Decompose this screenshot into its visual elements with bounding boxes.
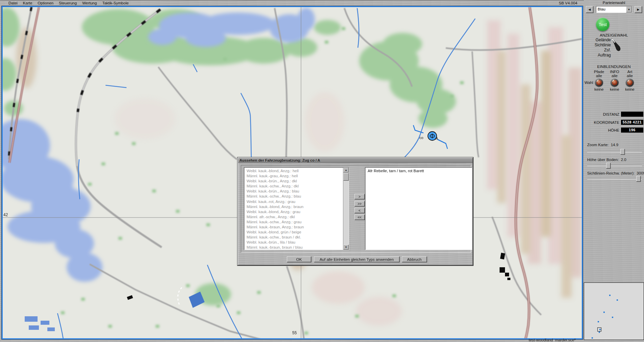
cancel-button[interactable]: Abbruch (402, 256, 427, 262)
list-item[interactable]: Weibl. kauk.-brün., Anzg.: dkl (244, 179, 349, 184)
dropdown-arrow-icon[interactable]: ▼ (626, 6, 632, 13)
unit-symbol[interactable]: co A (413, 125, 447, 149)
col-alle: alle (607, 74, 622, 78)
hoehe-ueber-boden-slider[interactable] (587, 163, 642, 169)
zoom-karte-slider[interactable] (587, 149, 642, 155)
list-item[interactable]: Männl. kauk.-blond, Anzg.: braun (244, 204, 349, 209)
einblendung-col-pfade: Pfade alle keine (591, 70, 607, 91)
menu-karte[interactable]: Karte (23, 1, 32, 5)
application-window: Datei Karte Optionen Steuerung Wertung T… (0, 0, 644, 342)
party-next-button[interactable]: ▶ (635, 6, 642, 13)
party-dropdown[interactable]: Blau ▼ (596, 6, 632, 13)
info-knob[interactable] (611, 78, 619, 87)
hoehe-label: HÖHE (584, 128, 619, 132)
menu-datei[interactable]: Datei (8, 1, 18, 5)
col-name: Art (622, 70, 638, 74)
col-keine: keine (591, 87, 607, 91)
list-item[interactable]: Männl. kauk.-braun, Anzg.: braun (244, 225, 349, 230)
party-prev-button[interactable]: ◀ (586, 6, 593, 13)
einblendung-col-info: INFO alle keine (607, 70, 622, 91)
sichtlinien-reichweite-slider[interactable] (587, 176, 642, 182)
minimap-unit-dot (592, 337, 593, 339)
list-item[interactable]: Afr Rebelle, tarn / tarn, rot Barett (365, 168, 472, 174)
anzeige-option-zsf[interactable]: Zsf. (584, 48, 611, 53)
grid-label-42: 42 (3, 212, 8, 217)
scrollbar-thumb[interactable] (343, 173, 349, 181)
sichtlinien-reichweite-label: Sichtlinien-Reichw. (Meter): 3009 (587, 171, 644, 175)
transfer-all-left-button[interactable]: << (354, 214, 365, 220)
minimap-unit-dot (612, 317, 613, 318)
minimap[interactable] (584, 282, 644, 340)
slider-thumb[interactable] (620, 149, 625, 155)
list-item[interactable]: Weibl. kauk.-brün., Anzg.: blau (244, 189, 349, 194)
menu-items: Datei Karte Optionen Steuerung Wertung T… (0, 1, 129, 5)
transfer-left-button[interactable]: < (354, 208, 365, 213)
selected-appearance-list[interactable]: Afr Rebelle, tarn / tarn, rot Barett (365, 167, 472, 250)
available-list-scrollbar[interactable]: ▲ ▼ (343, 167, 349, 250)
scroll-down-icon[interactable]: ▼ (343, 245, 349, 250)
transfer-all-right-button[interactable]: >> (354, 201, 365, 206)
available-items: Weibl. kauk.-blond, Anzg.: hellMännl. ka… (244, 167, 349, 250)
list-item[interactable]: Weibl. kauk.-blond, Anzg.: hell (244, 168, 349, 174)
hoehe-ueber-boden-label: Höhe über Boden: 2.0 (587, 158, 626, 162)
minimap-unit-dot (598, 321, 599, 322)
anzeige-option-auftrag[interactable]: Auftrag (584, 53, 611, 58)
list-item[interactable]: Männl. kauk.-schw., Anzg.: grau (244, 220, 349, 225)
list-item[interactable]: Männl. afr.-schw., Anzg.: dkl (244, 214, 349, 220)
list-item[interactable]: Männl. kauk.-schw., Anzg.: dkl (244, 184, 349, 189)
menu-taktik-symbole[interactable]: Taktik-Symbole (102, 1, 129, 5)
slider-track (587, 178, 642, 179)
menu-wertung[interactable]: Wertung (82, 1, 97, 5)
col-keine: keine (622, 87, 638, 91)
list-item[interactable]: Weibl. kauk.-blond, grün / beige (244, 230, 349, 235)
anzeigewahl-title: ANZEIGEWAHL (584, 33, 644, 37)
col-name: Pfade (591, 70, 607, 74)
art-knob[interactable] (626, 78, 634, 87)
col-keine: keine (607, 87, 622, 91)
pfade-knob[interactable] (595, 78, 603, 87)
transfer-right-button[interactable]: > (354, 194, 365, 199)
list-item[interactable]: Männl. kauk.-schw., braun / dkl. (244, 235, 349, 240)
zoom-karte-label: Zoom Karte: 14.9 (587, 143, 618, 147)
anzeige-option-gelaende[interactable]: Gelände (584, 38, 611, 43)
list-item[interactable]: Männl. kauk.-braun, braun / blau (244, 245, 349, 250)
col-alle: alle (622, 74, 638, 78)
minimap-unit-dot (617, 299, 618, 301)
app-version: SB V4.004 (559, 1, 577, 5)
dialog-title: Aussehen der Fahrzeugbesatzung: Zug co /… (238, 158, 473, 163)
list-item[interactable]: Weibl. kauk.-rot, Anzg.: grau (244, 199, 349, 204)
hoehe-display: 196 (621, 128, 643, 133)
list-item[interactable]: Männl. kauk.-grau, Anzg.: hell (244, 174, 349, 179)
unit-label-a: A (436, 136, 438, 140)
minimap-unit-dot (603, 312, 605, 313)
list-item[interactable]: Weibl. kauk.-blond, Anzg.: grau (244, 209, 349, 214)
list-item[interactable]: Männl. kauk.-schw., Anzg.: blau (244, 194, 349, 199)
slider-thumb[interactable] (636, 176, 641, 182)
menu-bar: Datei Karte Optionen Steuerung Wertung T… (0, 0, 644, 6)
apply-all-button[interactable]: Auf alle Einheiten gleichen Typs anwende… (314, 256, 399, 262)
selected-items: Afr Rebelle, tarn / tarn, rot Barett (365, 167, 472, 174)
anzeigewahl-options: Gelände Sichtlinie Zsf. Auftrag (584, 38, 611, 58)
slider-thumb[interactable] (606, 163, 611, 168)
einblendungen-title: EINBLENDUNGEN (584, 65, 644, 69)
scenario-filename: test-woodland marder.sce* (529, 338, 576, 342)
scroll-up-icon[interactable]: ▲ (343, 167, 349, 173)
koordinate-display: 5528 4221 (621, 120, 643, 125)
col-name: INFO (607, 70, 622, 74)
minimap-unit-dot (599, 332, 600, 333)
unit-label-co: co (419, 136, 423, 140)
available-appearance-list[interactable]: Weibl. kauk.-blond, Anzg.: hellMännl. ka… (244, 167, 349, 250)
minimap-unit-dot (609, 295, 611, 296)
test-button[interactable]: Test (596, 18, 610, 31)
col-alle: alle (591, 74, 607, 78)
anzeige-option-sichtlinie[interactable]: Sichtlinie (584, 43, 611, 48)
crew-appearance-dialog: Aussehen der Fahrzeugbesatzung: Zug co /… (237, 157, 473, 266)
mouse-cursor-icon (611, 37, 621, 53)
slider-track (587, 165, 642, 166)
menu-optionen[interactable]: Optionen (38, 1, 53, 5)
party-dropdown-value: Blau (596, 6, 626, 13)
control-sidebar: Parteienwahl ◀ Blau ▼ ▶ Test ANZEIGEWAHL… (584, 0, 644, 342)
menu-steuerung[interactable]: Steuerung (59, 1, 77, 5)
ok-button[interactable]: OK (287, 256, 311, 262)
list-item[interactable]: Weibl. kauk.-brün., lila / blau (244, 240, 349, 245)
